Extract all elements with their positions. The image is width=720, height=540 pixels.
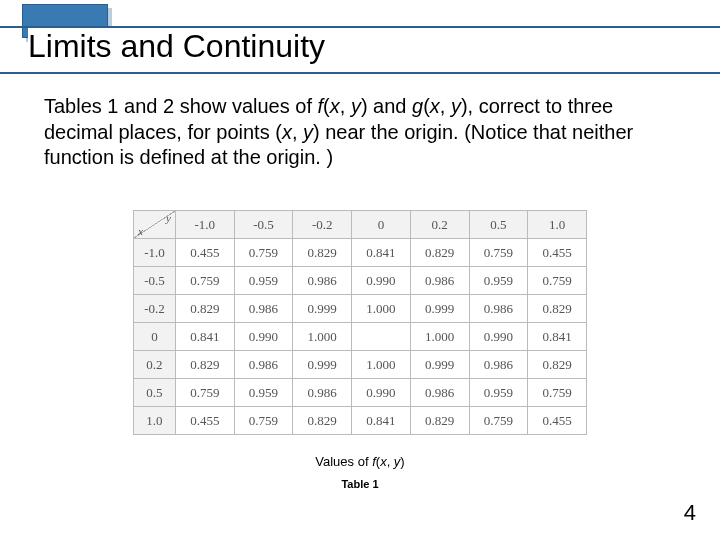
table-cell: 0.986: [293, 379, 352, 407]
row-header: 1.0: [134, 407, 176, 435]
table-cell: 0.759: [234, 407, 293, 435]
table-cell: 0.986: [234, 295, 293, 323]
body-text-5: (: [423, 95, 430, 117]
body-text-2: (: [323, 95, 330, 117]
table-cell: 0.759: [528, 267, 587, 295]
row-header: 0.5: [134, 379, 176, 407]
caption-paren-close: ): [400, 454, 404, 469]
table-cell: 0.999: [410, 295, 469, 323]
table-cell: 0.841: [352, 407, 411, 435]
table-cell: 0.759: [234, 239, 293, 267]
slide-title: Limits and Continuity: [28, 28, 331, 65]
table-cell: 0.455: [528, 407, 587, 435]
var-x1: x: [330, 95, 340, 117]
table-header-row: y x -1.0 -0.5 -0.2 0 0.2 0.5 1.0: [134, 211, 587, 239]
table-cell: 0.455: [175, 407, 234, 435]
values-table: y x -1.0 -0.5 -0.2 0 0.2 0.5 1.0 -1.00.4…: [133, 210, 587, 435]
table-row: -0.50.7590.9590.9860.9900.9860.9590.759: [134, 267, 587, 295]
table-cell: 0.990: [352, 379, 411, 407]
table-cell: 0.959: [469, 379, 528, 407]
var-y1: y: [351, 95, 361, 117]
table-cell: 0.829: [410, 239, 469, 267]
body-text-4: ) and: [361, 95, 412, 117]
table-row: 0.50.7590.9590.9860.9900.9860.9590.759: [134, 379, 587, 407]
table-cell: 0.999: [293, 295, 352, 323]
body-paragraph: Tables 1 and 2 show values of f(x, y) an…: [44, 94, 676, 171]
table-cell: 1.000: [293, 323, 352, 351]
table-cell: 0.829: [528, 295, 587, 323]
table-cell: 0.959: [469, 267, 528, 295]
table-row: 00.8410.9901.0001.0000.9900.841: [134, 323, 587, 351]
body-text-6: ,: [440, 95, 451, 117]
row-header: -0.2: [134, 295, 176, 323]
table-cell: 0.986: [234, 351, 293, 379]
table-row: -1.00.4550.7590.8290.8410.8290.7590.455: [134, 239, 587, 267]
table-cell: 0.959: [234, 379, 293, 407]
table-cell: 0.841: [175, 323, 234, 351]
table-cell: 0.455: [528, 239, 587, 267]
fn-g: g: [412, 95, 423, 117]
var-y3: y: [303, 121, 313, 143]
caption-comma: ,: [387, 454, 394, 469]
table-cell: 0.829: [175, 295, 234, 323]
table-cell: 1.000: [352, 351, 411, 379]
var-x3: x: [282, 121, 292, 143]
table-cell: 0.829: [410, 407, 469, 435]
y-axis-symbol: y: [166, 212, 171, 224]
table-cell: 0.829: [175, 351, 234, 379]
table-cell: 0.841: [352, 239, 411, 267]
table-cell: 0.829: [293, 407, 352, 435]
table-cell: 0.990: [234, 323, 293, 351]
table-cell: 0.841: [528, 323, 587, 351]
col-header: 0.5: [469, 211, 528, 239]
table-corner-cell: y x: [134, 211, 176, 239]
table-caption: Values of f(x, y): [0, 454, 720, 469]
body-text-8: ,: [292, 121, 303, 143]
var-x2: x: [430, 95, 440, 117]
table-cell: 0.986: [410, 379, 469, 407]
table-row: -0.20.8290.9860.9991.0000.9990.9860.829: [134, 295, 587, 323]
row-header: 0: [134, 323, 176, 351]
table-body: -1.00.4550.7590.8290.8410.8290.7590.455-…: [134, 239, 587, 435]
col-header: 0.2: [410, 211, 469, 239]
row-header: 0.2: [134, 351, 176, 379]
row-header: -1.0: [134, 239, 176, 267]
table-cell: 0.959: [234, 267, 293, 295]
col-header: -1.0: [175, 211, 234, 239]
caption-prefix: Values of: [315, 454, 372, 469]
table-cell: 0.829: [293, 239, 352, 267]
table-cell: 0.999: [410, 351, 469, 379]
table-cell: 0.759: [469, 239, 528, 267]
table-cell: 0.759: [528, 379, 587, 407]
table-cell: 0.990: [352, 267, 411, 295]
table-row: 1.00.4550.7590.8290.8410.8290.7590.455: [134, 407, 587, 435]
body-text-1: Tables 1 and 2 show values of: [44, 95, 318, 117]
col-header: -0.2: [293, 211, 352, 239]
table-cell: 0.829: [528, 351, 587, 379]
table-cell: 0.986: [410, 267, 469, 295]
table-cell: 0.999: [293, 351, 352, 379]
page-number: 4: [684, 500, 696, 526]
body-text-3: ,: [340, 95, 351, 117]
table-cell: 0.455: [175, 239, 234, 267]
table-container: y x -1.0 -0.5 -0.2 0 0.2 0.5 1.0 -1.00.4…: [133, 210, 587, 435]
table-cell: [352, 323, 411, 351]
table-cell: 1.000: [352, 295, 411, 323]
table-cell: 0.986: [469, 351, 528, 379]
var-y2: y: [451, 95, 461, 117]
table-cell: 0.986: [293, 267, 352, 295]
x-axis-symbol: x: [138, 225, 143, 237]
rule-bottom: [0, 72, 720, 74]
table-cell: 0.990: [469, 323, 528, 351]
col-header: 1.0: [528, 211, 587, 239]
row-header: -0.5: [134, 267, 176, 295]
table-cell: 0.986: [469, 295, 528, 323]
col-header: -0.5: [234, 211, 293, 239]
table-cell: 0.759: [175, 379, 234, 407]
table-row: 0.20.8290.9860.9991.0000.9990.9860.829: [134, 351, 587, 379]
table-label: Table 1: [0, 478, 720, 490]
table-cell: 0.759: [469, 407, 528, 435]
table-cell: 0.759: [175, 267, 234, 295]
table-cell: 1.000: [410, 323, 469, 351]
col-header: 0: [352, 211, 411, 239]
